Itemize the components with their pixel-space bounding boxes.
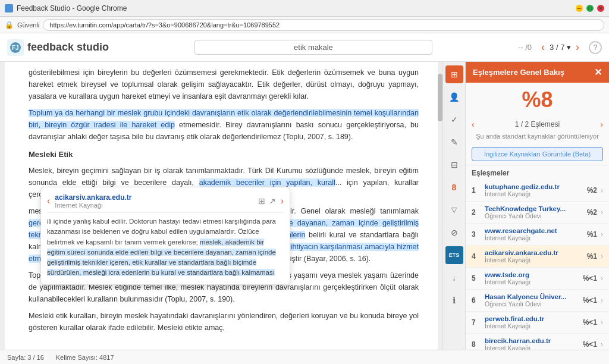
close-button[interactable]: ✕ <box>597 5 604 12</box>
ets-icon-btn[interactable]: ETS <box>445 246 463 264</box>
doc-paragraph-2: Toplum ya da herhangi bir meslek grubu i… <box>29 107 419 143</box>
check-icon-btn[interactable]: ✓ <box>445 111 463 128</box>
match-item-4[interactable]: 4 acikarsiv.ankara.edu.tr İnternet Kayna… <box>466 246 609 268</box>
highlighted-text-blue: Toplum ya da herhangi bir meslek grubu i… <box>29 109 419 129</box>
tooltip-prev[interactable]: ‹ <box>47 196 50 206</box>
match-item-3[interactable]: 3 www.researchgate.net İnternet Kaynağı … <box>466 224 609 246</box>
document-search-input[interactable] <box>194 40 432 55</box>
match-arrow-5: › <box>601 274 603 283</box>
match-item-2[interactable]: 2 TechKnowledge Turkey... Öğrenci Yazılı… <box>466 202 609 224</box>
panel-header: Eşleşmelere Genel Bakış ✕ <box>466 62 609 83</box>
grid-icon-btn[interactable]: ⊟ <box>445 156 463 174</box>
left-sidebar <box>0 62 5 350</box>
window-controls[interactable]: ─ □ ✕ <box>576 5 604 12</box>
section-mesleki-etik: Mesleki Etik <box>29 149 419 161</box>
match-type-6: Öğrenci Yazılı Ödevi <box>485 300 579 307</box>
addressbar: 🔒 Güvenli https://ev.turnitin.com/app/ca… <box>0 17 609 33</box>
match-info-4: acikarsiv.ankara.edu.tr İnternet Kaynağı <box>485 249 583 263</box>
pencil-icon-btn[interactable]: ✎ <box>445 133 463 151</box>
match-num-3: 3 <box>472 230 481 239</box>
match-arrow-6: › <box>601 296 603 305</box>
match-site-8: birecik.harran.edu.tr <box>485 337 579 344</box>
match-site-4: acikarsiv.ankara.edu.tr <box>485 249 583 256</box>
panel-close-button[interactable]: ✕ <box>594 67 602 78</box>
flag-icon-btn[interactable]: 8 <box>445 178 463 196</box>
page-indicator: 3 / 7 ▾ <box>550 43 571 52</box>
match-info-1: kutuphane.gediz.edu.tr İnternet Kaynağı <box>485 183 583 197</box>
app-header: FJ feedback studio -- /0 ‹ 3 / 7 ▾ › ? <box>0 33 609 62</box>
source-tooltip: ‹ acikarsiv.ankara.edu.tr İnternet Kayna… <box>40 187 290 285</box>
browser-icon <box>5 4 13 12</box>
filter-icon-btn[interactable]: ▽ <box>445 201 463 219</box>
match-arrow-8: › <box>601 340 603 349</box>
match-site-1: kutuphane.gediz.edu.tr <box>485 183 583 190</box>
document-scrollbar[interactable] <box>438 62 442 350</box>
titlebar: Feedback Studio - Google Chrome ─ □ ✕ <box>0 0 609 17</box>
url-bar[interactable]: https://ev.turnitin.com/app/carta/tr/?s=… <box>43 19 604 31</box>
match-item-5[interactable]: 5 www.tsde.org İnternet Kaynağı %<1 › <box>466 268 609 290</box>
match-next-button[interactable]: › <box>600 120 603 129</box>
match-arrow-3: › <box>601 230 603 239</box>
match-navigation: ‹ 1 / 2 Eşlemesi › <box>466 117 609 131</box>
statusbar: Sayfa: 3 / 16 Kelime Sayısı: 4817 <box>0 350 609 364</box>
next-page-button[interactable]: › <box>576 41 579 54</box>
header-right: -- /0 ‹ 3 / 7 ▾ › ? <box>518 41 602 54</box>
scrollbar-thumb[interactable] <box>438 74 442 121</box>
match-item-6[interactable]: 6 Hasan Kalyoncu Üniver... Öğrenci Yazıl… <box>466 290 609 312</box>
tooltip-next[interactable]: › <box>281 196 284 206</box>
layers-icon-btn[interactable]: ⊞ <box>445 65 463 83</box>
ban-icon-btn[interactable]: ⊘ <box>445 224 463 241</box>
highlight-3a: akademik beceriler için yapılan, kurall <box>199 178 335 187</box>
match-type-8: İnternet Kaynağı <box>485 344 579 350</box>
match-arrow-2: › <box>601 208 603 216</box>
match-type-5: İnternet Kaynağı <box>485 278 579 285</box>
prev-page-button[interactable]: ‹ <box>541 41 545 54</box>
english-sources-button[interactable]: İngilizce Kaynakları Görüntüle (Beta) <box>472 147 603 161</box>
tooltip-body: ili içinde yanlış kabul edilir. Doktorun… <box>47 216 284 278</box>
page-status: Sayfa: 3 / 16 <box>7 354 44 361</box>
match-num-2: 2 <box>472 208 481 216</box>
help-button[interactable]: ? <box>589 41 602 54</box>
doc-paragraph-6: Mesleki etik kuralları, bireyin meslek h… <box>29 310 419 334</box>
match-prev-button[interactable]: ‹ <box>472 120 475 129</box>
download-icon-btn[interactable]: ↓ <box>445 269 463 287</box>
match-item-7[interactable]: 7 perweb.firat.edu.tr İnternet Kaynağı %… <box>466 312 609 334</box>
score-right: /0 <box>525 43 532 52</box>
window-title: Feedback Studio - Google Chrome <box>17 4 572 12</box>
search-container <box>116 40 511 55</box>
match-pct-2: %2 <box>587 208 597 216</box>
match-num-8: 8 <box>472 340 481 349</box>
similarity-score: %8 <box>466 83 609 117</box>
match-item-1[interactable]: 1 kutuphane.gediz.edu.tr İnternet Kaynağ… <box>466 180 609 202</box>
info-icon-btn[interactable]: ℹ <box>445 291 463 309</box>
score-left: -- <box>518 43 523 52</box>
matches-label: Eşleşmeler <box>466 165 609 180</box>
minimize-button[interactable]: ─ <box>576 5 583 12</box>
maximize-button[interactable]: □ <box>586 5 594 12</box>
app-logo: FJ feedback studio <box>7 39 109 56</box>
svg-text:FJ: FJ <box>12 45 19 51</box>
match-num-7: 7 <box>472 318 481 327</box>
panel-title: Eşleşmelere Genel Bakış <box>473 68 564 77</box>
match-pct-8: %<1 <box>583 340 597 349</box>
tooltip-source-info: acikarsiv.ankara.edu.tr İnternet Kaynağı <box>55 193 131 209</box>
match-counter: 1 / 2 Eşlemesi <box>515 120 560 128</box>
match-info-8: birecik.harran.edu.tr İnternet Kaynağı <box>485 337 579 350</box>
matches-list: 1 kutuphane.gediz.edu.tr İnternet Kaynağ… <box>466 180 609 350</box>
score-display: -- /0 <box>518 43 532 52</box>
tooltip-view-icon[interactable]: ⊞ <box>258 196 265 206</box>
match-site-2: TechKnowledge Turkey... <box>485 205 583 212</box>
security-lock-icon: 🔒 <box>5 21 14 29</box>
tooltip-type: İnternet Kaynağı <box>55 202 131 209</box>
app-name: feedback studio <box>27 41 109 54</box>
match-item-8[interactable]: 8 birecik.harran.edu.tr İnternet Kaynağı… <box>466 334 609 350</box>
logo-icon: FJ <box>7 39 24 56</box>
match-info-6: Hasan Kalyoncu Üniver... Öğrenci Yazılı … <box>485 293 579 307</box>
user-icon-btn[interactable]: 👤 <box>445 88 463 106</box>
logo-svg: FJ <box>10 42 21 54</box>
match-type-3: İnternet Kaynağı <box>485 234 583 241</box>
doc-paragraph-1: gösterilebilmesi için bireylerin bu değe… <box>29 67 419 102</box>
user-icon: 👤 <box>449 92 459 102</box>
tooltip-open-icon[interactable]: ↗ <box>269 196 276 206</box>
similarity-panel: Eşleşmelere Genel Bakış ✕ %8 ‹ 1 / 2 Eşl… <box>465 62 609 350</box>
